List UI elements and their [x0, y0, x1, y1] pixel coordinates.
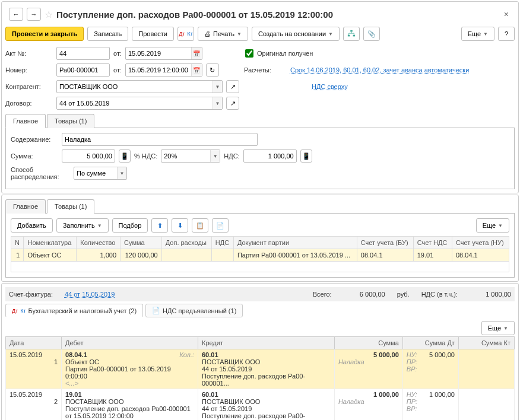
arrow-up-icon: ⬆	[157, 222, 163, 230]
col-nomen[interactable]: Номенклатура	[24, 237, 77, 249]
jcol-sum-kt[interactable]: Сумма Кт	[458, 337, 514, 349]
dist-label: Способ распределения:	[11, 166, 70, 180]
journal-more-button[interactable]: Еще▼	[481, 321, 515, 335]
dropdown-icon[interactable]: ▼	[213, 97, 222, 109]
col-acc-nu[interactable]: Счет учета (НУ)	[452, 237, 509, 249]
doc-icon: 📄	[152, 307, 160, 314]
currency: руб.	[397, 291, 410, 298]
paste-button[interactable]: 📄	[212, 218, 229, 233]
printer-icon: 🖨	[204, 30, 211, 37]
number-input[interactable]	[56, 63, 110, 77]
total-value: 6 000,00	[344, 291, 385, 298]
jcol-credit[interactable]: Кредит	[198, 337, 334, 349]
copy-icon: 📋	[196, 222, 204, 230]
col-nds[interactable]: НДС	[211, 237, 233, 249]
col-sum[interactable]: Сумма	[121, 237, 162, 249]
paperclip-icon: 📎	[367, 30, 376, 38]
svg-rect-2	[353, 35, 356, 37]
post-and-close-button[interactable]: Провести и закрыть	[5, 27, 84, 41]
contract-input[interactable]	[56, 97, 223, 110]
calc-link[interactable]: Срок 14.06.2019, 60.01, 60.02, зачет ава…	[290, 66, 469, 74]
journal-row[interactable]: 15.05.20191 08.04.1 Кол.: Объект ОС Парт…	[6, 349, 515, 389]
total-label: Всего:	[313, 291, 332, 298]
post-button[interactable]: Провести	[132, 27, 174, 41]
dropdown-icon[interactable]: ▼	[117, 167, 126, 179]
fill-button[interactable]: Заполнить▼	[56, 218, 109, 233]
page-title: Поступление доп. расходов Ра00-000001 от…	[56, 9, 498, 20]
col-n[interactable]: N	[11, 237, 24, 249]
goods-more-button[interactable]: Еще▼	[476, 218, 509, 233]
nds-input[interactable]	[243, 149, 297, 163]
act-no-input[interactable]	[56, 47, 110, 60]
col-qty[interactable]: Количество	[77, 237, 121, 249]
move-down-button[interactable]: ⬇	[172, 218, 188, 233]
dtkt-button[interactable]: ДтКт	[177, 27, 194, 41]
open-contract-button[interactable]: ↗	[226, 97, 239, 110]
refresh-button[interactable]: ↻	[206, 63, 219, 77]
arrow-down-icon: ⬇	[177, 222, 183, 230]
invoice-link[interactable]: 44 от 15.05.2019	[65, 291, 115, 298]
original-received-checkbox[interactable]	[245, 49, 253, 58]
col-acc-bu[interactable]: Счет учета (БУ)	[357, 237, 413, 249]
pick-button[interactable]: Подбор	[112, 218, 148, 233]
calc-button[interactable]: 📱	[119, 149, 131, 163]
contractor-input[interactable]	[56, 80, 223, 93]
tab-main[interactable]: Главное	[5, 114, 46, 128]
jcol-sum-dt[interactable]: Сумма Дт	[402, 337, 458, 349]
jcol-debit[interactable]: Дебет	[62, 337, 198, 349]
tab-goods[interactable]: Товары (1)	[47, 114, 94, 128]
jcol-sum[interactable]: Сумма	[334, 337, 402, 349]
original-received-label: Оригинал получен	[257, 50, 313, 57]
save-button[interactable]: Записать	[87, 27, 128, 41]
invoice-label: Счет-фактура:	[9, 291, 53, 298]
more-button[interactable]: Еще▼	[461, 27, 494, 41]
move-up-button[interactable]: ⬆	[151, 218, 168, 233]
col-addcost[interactable]: Доп. расходы	[161, 237, 211, 249]
nds-total-value: 1 000,00	[470, 291, 511, 298]
col-acc-nds[interactable]: Счет НДС	[413, 237, 452, 249]
structure-button[interactable]	[343, 27, 360, 41]
from-label-2: от:	[113, 66, 122, 74]
nav-back-button[interactable]: ←	[9, 8, 23, 21]
content-input[interactable]	[62, 133, 258, 146]
dropdown-icon[interactable]: ▼	[213, 81, 222, 93]
calc-label: Расчеты:	[244, 66, 271, 74]
tab-goods-2[interactable]: Товары (1)	[47, 199, 94, 214]
create-based-button[interactable]: Создать на основании▼	[252, 27, 340, 41]
tab-nds[interactable]: 📄НДС предъявленный (1)	[145, 304, 243, 317]
help-button[interactable]: ?	[498, 27, 515, 41]
tab-main-2[interactable]: Главное	[5, 199, 46, 214]
col-batch[interactable]: Документ партии	[233, 237, 357, 249]
close-icon[interactable]: ×	[502, 8, 511, 20]
svg-rect-1	[348, 35, 350, 37]
open-contractor-button[interactable]: ↗	[226, 80, 239, 93]
attach-button[interactable]: 📎	[363, 27, 380, 41]
content-label: Содержание:	[11, 136, 58, 143]
nds-link[interactable]: НДС сверху	[312, 83, 348, 90]
number-label: Номер:	[5, 66, 53, 74]
sum-input[interactable]	[62, 149, 115, 163]
journal-table: Дата Дебет Кредит Сумма Сумма Дт Сумма К…	[5, 336, 515, 420]
table-row-empty	[11, 262, 509, 272]
calendar-icon[interactable]: 📅	[191, 47, 202, 59]
nds-total-label: НДС (в т.ч.):	[421, 291, 458, 298]
copy-button[interactable]: 📋	[192, 218, 208, 233]
svg-rect-0	[350, 30, 353, 32]
tab-accounting[interactable]: ДтКтБухгалтерский и налоговый учет (2)	[5, 304, 143, 317]
sum-label: Сумма:	[11, 152, 58, 160]
hierarchy-icon	[347, 30, 356, 38]
calendar-icon[interactable]: 📅	[191, 64, 202, 76]
table-row[interactable]: 1 Объект ОС 1,000 120 000,00 Партия Ра00…	[11, 249, 509, 262]
jcol-date[interactable]: Дата	[6, 337, 62, 349]
paste-icon: 📄	[216, 222, 224, 230]
add-button[interactable]: Добавить	[11, 218, 53, 233]
calc-button-2[interactable]: 📱	[300, 149, 312, 163]
contract-label: Договор:	[5, 100, 53, 107]
print-button[interactable]: 🖨Печать▼	[198, 27, 248, 41]
favorite-star-icon[interactable]: ☆	[45, 9, 53, 20]
journal-row[interactable]: 15.05.20192 19.01 ПОСТАВЩИК ООО Поступле…	[6, 389, 515, 421]
nds-pct-label: % НДС:	[134, 152, 157, 160]
nav-fwd-button[interactable]: →	[27, 8, 41, 21]
dropdown-icon[interactable]: ▼	[210, 150, 220, 162]
act-no-label: Акт №:	[5, 50, 53, 57]
